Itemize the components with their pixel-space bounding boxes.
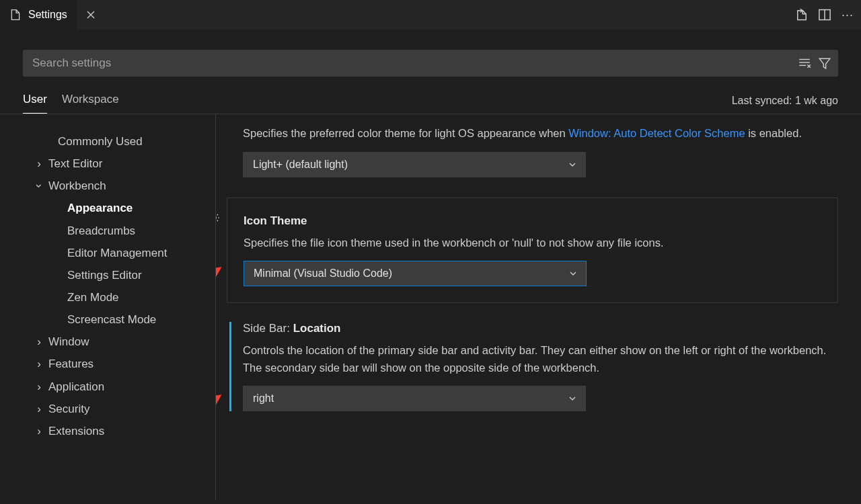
settings-body: Commonly Used ›Text Editor ›Workbench Ap… [0,114,861,500]
sync-status: Last synced: 1 wk ago [732,95,838,114]
annotation-arrow [215,393,224,411]
settings-content: Specifies the preferred color theme for … [215,114,861,500]
modified-indicator [229,322,231,411]
dropdown-light-theme[interactable]: Light+ (default light) [243,152,586,177]
tree-application[interactable]: ›Application [34,376,215,398]
chevron-right-icon: › [34,420,44,442]
tree-workbench[interactable]: ›Workbench [34,175,215,197]
chevron-right-icon: › [34,398,44,420]
setting-description: Specifies the file icon theme used in th… [244,235,824,252]
tree-security[interactable]: ›Security [34,398,215,420]
gear-icon[interactable] [215,212,221,224]
setting-description: Specifies the preferred color theme for … [243,125,838,142]
search-actions [798,56,831,70]
setting-title: Icon Theme [244,214,824,228]
link-auto-detect-color-scheme[interactable]: Window: Auto Detect Color Scheme [568,127,745,139]
tree-screencast-mode[interactable]: Screencast Mode [34,308,215,331]
setting-description: Controls the location of the primary sid… [243,342,838,376]
tab-bar: Settings ··· [0,0,861,30]
dropdown-value: right [253,392,274,405]
tab-bar-right: ··· [795,8,854,22]
setting-sidebar-location: Side Bar: Location Controls the location… [243,322,838,411]
tree-text-editor[interactable]: ›Text Editor [34,153,215,175]
setting-icon-theme: Icon Theme Specifies the file icon theme… [227,198,838,304]
tab-settings[interactable]: Settings [0,0,77,30]
tree-window[interactable]: ›Window [34,331,215,353]
annotation-arrow [215,265,224,283]
chevron-right-icon: › [34,376,44,398]
file-icon [9,9,22,21]
setting-preferred-light-theme: Specifies the preferred color theme for … [243,125,838,177]
chevron-down-icon [568,160,577,169]
close-icon[interactable] [77,7,105,22]
chevron-down-icon: › [28,181,50,192]
chevron-down-icon [568,269,578,278]
open-changes-icon[interactable] [795,8,809,22]
search-section [0,30,861,87]
tree-extensions[interactable]: ›Extensions [34,420,215,442]
scope-tabs: User Workspace [23,93,119,114]
tree-zen-mode[interactable]: Zen Mode [34,286,215,308]
chevron-down-icon [568,394,577,403]
scope-tab-user[interactable]: User [23,93,47,114]
tab-bar-left: Settings [0,0,105,30]
tree-features[interactable]: ›Features [34,353,215,375]
chevron-right-icon: › [34,153,44,175]
split-editor-icon[interactable] [818,8,831,22]
scope-row: User Workspace Last synced: 1 wk ago [0,87,861,114]
tree-breadcrumbs[interactable]: Breadcrumbs [34,220,215,242]
setting-title: Side Bar: Location [243,322,838,335]
clear-filter-icon[interactable] [798,56,811,70]
tree-settings-editor[interactable]: Settings Editor [34,264,215,286]
more-actions-icon[interactable]: ··· [841,8,854,22]
svg-point-5 [215,216,216,218]
chevron-right-icon: › [34,353,44,375]
chevron-right-icon: › [34,331,44,353]
dropdown-icon-theme[interactable]: Minimal (Visual Studio Code) [244,261,587,286]
dropdown-sidebar-location[interactable]: right [243,386,586,411]
filter-icon[interactable] [818,56,831,70]
tree-appearance[interactable]: Appearance [34,197,215,219]
search-input[interactable] [32,56,798,70]
tree-editor-management[interactable]: Editor Management [34,242,215,264]
scope-tab-workspace[interactable]: Workspace [62,93,119,114]
settings-tree: Commonly Used ›Text Editor ›Workbench Ap… [0,114,215,500]
tab-title: Settings [28,9,67,21]
tree-commonly-used[interactable]: Commonly Used [34,130,215,153]
dropdown-value: Minimal (Visual Studio Code) [254,267,392,280]
settings-search[interactable] [23,50,838,77]
dropdown-value: Light+ (default light) [253,159,348,171]
